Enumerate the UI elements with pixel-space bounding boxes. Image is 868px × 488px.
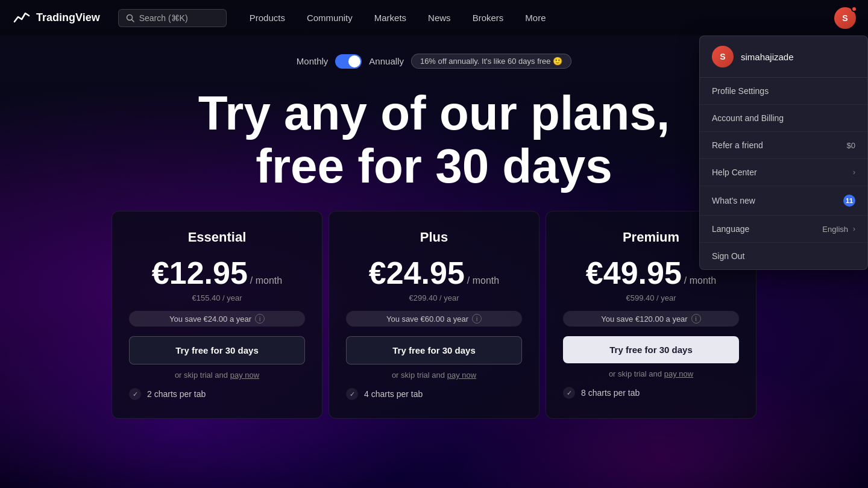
premium-skip-text: or skip trial and pay now (563, 369, 739, 378)
billing-toggle[interactable] (335, 54, 362, 69)
dropdown-language[interactable]: Language English › (700, 216, 867, 243)
help-center-chevron: › (853, 168, 855, 177)
dropdown-help-center[interactable]: Help Center › (700, 159, 867, 186)
plus-skip-text: or skip trial and pay now (346, 371, 522, 380)
logo[interactable]: TradingView (12, 8, 100, 28)
nav-item-news[interactable]: News (417, 0, 462, 36)
dropdown-refer-friend[interactable]: Refer a friend $0 (700, 132, 867, 159)
nav-item-community[interactable]: Community (296, 0, 363, 36)
pricing-plans: Essential €12.95 / month €155.40 / year … (108, 211, 760, 419)
essential-check-icon: ✓ (129, 388, 141, 400)
essential-price-row: €12.95 / month (129, 255, 305, 291)
plus-try-button[interactable]: Try free for 30 days (346, 336, 522, 364)
hero-text: Try any of our plans, free for 30 days (198, 87, 670, 193)
essential-name: Essential (129, 230, 305, 245)
nav-item-products[interactable]: Products (239, 0, 296, 36)
refer-value: $0 (847, 141, 855, 150)
dropdown-profile-settings[interactable]: Profile Settings (700, 78, 867, 105)
essential-period: / month (250, 275, 282, 286)
hero-line1: Try any of our plans, (198, 87, 670, 140)
user-dropdown: S simahajizade Profile Settings Account … (699, 36, 868, 270)
svg-line-4 (131, 19, 134, 22)
plus-info-icon[interactable]: i (472, 314, 482, 324)
premium-period: / month (684, 275, 716, 286)
essential-try-button[interactable]: Try free for 30 days (129, 336, 305, 364)
essential-feature: ✓ 2 charts per tab (129, 388, 305, 400)
dropdown-whats-new[interactable]: What's new 11 (700, 186, 867, 216)
promo-badge: 16% off annually. It's like 60 days free… (411, 54, 571, 69)
plan-essential: Essential €12.95 / month €155.40 / year … (112, 211, 322, 419)
whats-new-badge: 11 (843, 195, 855, 207)
nav-item-more[interactable]: More (514, 0, 556, 36)
plus-yearly: €299.40 / year (346, 293, 522, 302)
plus-period: / month (467, 275, 499, 286)
premium-info-icon[interactable]: i (691, 314, 701, 324)
plus-price: €24.95 (369, 255, 465, 291)
dropdown-header: S simahajizade (700, 36, 867, 78)
dropdown-sign-out[interactable]: Sign Out (700, 243, 867, 269)
premium-pay-now-link[interactable]: pay now (664, 369, 693, 378)
premium-check-icon: ✓ (563, 387, 575, 399)
nav-items: Products Community Markets News Brokers … (239, 0, 828, 36)
plus-name: Plus (346, 230, 522, 245)
premium-yearly: €599.40 / year (563, 293, 739, 302)
billing-toggle-container: Monthly Annually 16% off annually. It's … (297, 54, 571, 69)
essential-pay-now-link[interactable]: pay now (230, 371, 259, 380)
tradingview-logo-icon (12, 8, 31, 28)
monthly-label: Monthly (297, 56, 329, 66)
avatar-initials: S (842, 13, 848, 23)
premium-save-badge: You save €120.00 a year i (563, 311, 739, 327)
navbar: TradingView Search (⌘K) Products Communi… (0, 0, 868, 36)
plus-save-badge: You save €60.00 a year i (346, 311, 522, 327)
essential-save-badge: You save €24.00 a year i (129, 311, 305, 327)
notification-dot (851, 6, 857, 12)
essential-skip-text: or skip trial and pay now (129, 371, 305, 380)
premium-price: €49.95 (586, 255, 682, 291)
nav-item-brokers[interactable]: Brokers (462, 0, 515, 36)
plus-pay-now-link[interactable]: pay now (447, 371, 476, 380)
search-placeholder: Search (⌘K) (139, 13, 188, 23)
premium-feature: ✓ 8 charts per tab (563, 387, 739, 399)
user-avatar[interactable]: S (834, 7, 856, 29)
plan-plus: Plus €24.95 / month €299.40 / year You s… (329, 211, 539, 419)
essential-yearly: €155.40 / year (129, 293, 305, 302)
language-value: English › (822, 225, 855, 234)
essential-info-icon[interactable]: i (255, 314, 265, 324)
hero-line2: free for 30 days (198, 140, 670, 193)
premium-try-button[interactable]: Try free for 30 days (563, 336, 739, 363)
search-bar[interactable]: Search (⌘K) (118, 9, 227, 27)
logo-text: TradingView (36, 11, 100, 24)
plus-check-icon: ✓ (346, 388, 358, 400)
dropdown-account-billing[interactable]: Account and Billing (700, 105, 867, 132)
annually-label: Annually (369, 56, 404, 66)
dropdown-avatar: S (712, 46, 734, 67)
plus-feature: ✓ 4 charts per tab (346, 388, 522, 400)
nav-item-markets[interactable]: Markets (363, 0, 417, 36)
search-icon (126, 14, 134, 22)
essential-price: €12.95 (152, 255, 248, 291)
dropdown-username: simahajizade (741, 52, 794, 62)
plus-price-row: €24.95 / month (346, 255, 522, 291)
